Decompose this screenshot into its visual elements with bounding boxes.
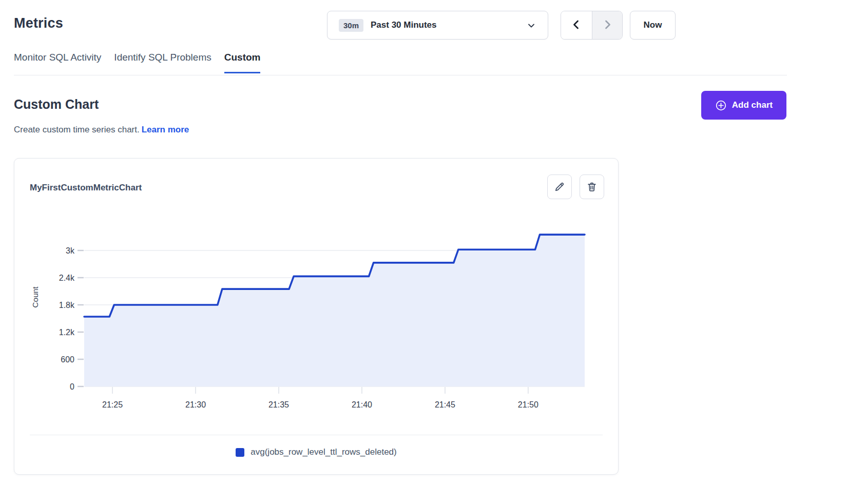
chart-card: MyFirstCustomMetricChart 06001.2k bbox=[14, 158, 619, 475]
y-tick-label: 1.8k bbox=[59, 301, 75, 309]
page-title: Metrics bbox=[14, 15, 63, 31]
series-area-fill bbox=[84, 235, 585, 386]
tab-monitor-sql-activity[interactable]: Monitor SQL Activity bbox=[14, 52, 101, 73]
edit-chart-button[interactable] bbox=[547, 175, 572, 199]
metrics-page: Metrics 30m Past 30 Minutes Now Monitor … bbox=[0, 0, 847, 504]
tab-custom[interactable]: Custom bbox=[224, 52, 261, 73]
chart-legend: avg(jobs_row_level_ttl_rows_deleted) bbox=[14, 447, 618, 457]
y-axis-label: Count bbox=[31, 286, 40, 308]
legend-label: avg(jobs_row_level_ttl_rows_deleted) bbox=[251, 447, 396, 457]
chevron-left-icon bbox=[570, 18, 583, 32]
chart-card-title: MyFirstCustomMetricChart bbox=[30, 183, 142, 193]
card-divider bbox=[30, 435, 603, 435]
now-button[interactable]: Now bbox=[630, 11, 676, 40]
x-tick-label: 21:40 bbox=[352, 400, 372, 409]
plus-circle-icon bbox=[715, 100, 727, 111]
tab-identify-sql-problems[interactable]: Identify SQL Problems bbox=[114, 52, 211, 73]
chevron-down-icon bbox=[526, 21, 536, 31]
time-forward-button[interactable] bbox=[592, 11, 623, 39]
legend-swatch bbox=[236, 448, 244, 457]
pencil-icon bbox=[554, 181, 565, 192]
time-step-button-group bbox=[561, 11, 623, 40]
y-tick-label: 600 bbox=[61, 355, 74, 364]
chevron-right-icon bbox=[601, 18, 613, 32]
metrics-tabs: Monitor SQL Activity Identify SQL Proble… bbox=[14, 52, 787, 75]
section-heading: Custom Chart bbox=[14, 97, 99, 112]
x-tick-label: 21:25 bbox=[102, 400, 123, 409]
add-chart-label: Add chart bbox=[732, 100, 773, 110]
y-tick-label: 1.2k bbox=[59, 328, 75, 337]
trash-icon bbox=[586, 181, 598, 192]
x-tick-label: 21:35 bbox=[268, 400, 289, 409]
time-range-dropdown[interactable]: 30m Past 30 Minutes bbox=[327, 11, 548, 40]
y-tick-label: 2.4k bbox=[59, 274, 75, 282]
x-tick-label: 21:50 bbox=[518, 400, 538, 409]
y-tick-label: 3k bbox=[66, 246, 75, 255]
trash-icon-button[interactable] bbox=[580, 175, 604, 199]
time-range-label: Past 30 Minutes bbox=[371, 20, 437, 30]
subtitle-text: Create custom time series chart. bbox=[14, 125, 140, 134]
learn-more-link[interactable]: Learn more bbox=[142, 125, 189, 134]
section-subtitle: Create custom time series chart.Learn mo… bbox=[14, 125, 189, 135]
y-tick-label: 0 bbox=[70, 382, 74, 391]
custom-metric-chart: 06001.2k1.8k2.4k3kCount21:2521:3021:3521… bbox=[14, 210, 619, 425]
x-tick-label: 21:45 bbox=[435, 400, 455, 409]
x-tick-label: 21:30 bbox=[185, 400, 206, 409]
time-back-button[interactable] bbox=[561, 11, 592, 39]
add-chart-button[interactable]: Add chart bbox=[701, 91, 786, 120]
time-range-badge: 30m bbox=[339, 19, 363, 32]
